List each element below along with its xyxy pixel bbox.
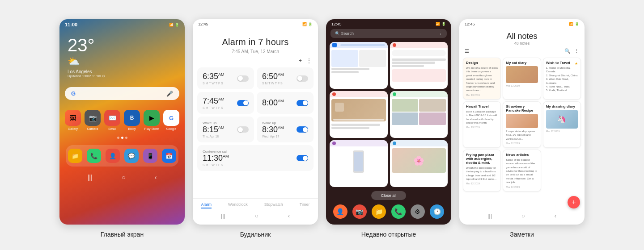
alarm-tabs: Alarm Worldclock Stopwatch Timer	[193, 198, 318, 211]
google-g-icon: G	[71, 90, 76, 97]
alarm-item-635[interactable]: 6:35AM S M T W T F S	[197, 67, 254, 89]
note-news-date: Mar 12 2019	[506, 186, 538, 188]
recent-more-icon[interactable]: ⋮	[438, 31, 442, 36]
alarm-tab-stopwatch[interactable]: Stopwatch	[264, 202, 283, 208]
dock-chat[interactable]: 💬	[124, 149, 139, 163]
recent-dock-camera[interactable]: 📷	[352, 204, 367, 219]
recent-status-bar: 12:45 📶 🔋	[326, 19, 451, 27]
recent-card-photos[interactable]	[390, 91, 448, 138]
notes-nav-back[interactable]: ‹	[555, 212, 556, 219]
note-pizza-title: Frying pan pizza with aubergine, ricotta…	[466, 153, 498, 165]
note-news-title: News articles	[506, 153, 538, 157]
app-gallery[interactable]: 🖼 Gallery	[65, 110, 81, 130]
note-hawaii[interactable]: Hawaii Travel Book a vacation package to…	[463, 101, 501, 148]
alarm-add-icon[interactable]: +	[299, 58, 302, 64]
notes-menu-icon[interactable]: ☰	[465, 48, 469, 54]
recent-card-gallery[interactable]: 🌸	[390, 140, 448, 187]
notes-title-area: All notes 48 notes	[459, 27, 585, 46]
dock-browser[interactable]: 📱	[143, 149, 157, 163]
alarm-toggle-800[interactable]	[297, 100, 308, 106]
recent-time: 12:45	[331, 22, 342, 26]
recent-dock-phone[interactable]: 📞	[391, 204, 406, 219]
notes-toolbar: ☰ 🔍 ⋮	[459, 46, 585, 56]
note-drawing[interactable]: My drawing diary 🦄 Mar 12 2019	[543, 101, 581, 148]
alarm-wifi-icon: 📶	[302, 22, 307, 26]
alarm-toggle-650[interactable]	[297, 75, 308, 82]
alarm-days-650: S M T W T F S	[262, 82, 284, 85]
alarm-more-icon[interactable]: ⋮	[306, 58, 312, 64]
alarm-item-1130[interactable]: Conference call 11:30AM S M T W T F S	[197, 145, 314, 171]
app-email[interactable]: ✉️ Email	[104, 110, 120, 130]
alarm-subtitle: 7:45 AM, Tue, 12 March	[197, 49, 314, 54]
app-camera[interactable]: 📷 Camera	[85, 110, 101, 130]
dock-messages[interactable]: 📁	[68, 149, 82, 163]
notes-more-icon[interactable]: ⋮	[574, 48, 579, 54]
recent-nav-back[interactable]: ‹	[421, 223, 423, 225]
dock-calendar[interactable]: 📅	[162, 149, 176, 163]
home-status-bar: 11:00 📶 🔋	[59, 19, 185, 28]
recent-battery-icon: 🔋	[441, 22, 446, 26]
nav-menu-icon[interactable]: |||	[88, 174, 93, 181]
alarm-time-745: 7:45AM	[203, 96, 225, 106]
alarm-screen: 12:45 📶 🔋 Alarm in 7 hours 7:45 AM, Tue,…	[193, 19, 318, 225]
alarm-toggle-830[interactable]	[297, 126, 308, 133]
home-time: 11:00	[65, 22, 77, 27]
app-google[interactable]: G Google	[163, 110, 179, 130]
home-search-bar[interactable]: G 🎤	[65, 87, 179, 100]
screen1-label: Главный экран	[101, 231, 144, 238]
note-cat-date: Mar 12 2019	[506, 84, 538, 87]
alarm-item-830[interactable]: Wake up 8:30AM Wed, Apr 17	[257, 117, 314, 142]
note-pancake[interactable]: Strawberry Pancake Recipe 2 cups white a…	[503, 101, 541, 148]
app-playstore[interactable]: ▶ Play Store	[144, 110, 160, 130]
note-design[interactable]: Design We are of a desire of class this …	[463, 58, 501, 100]
alarm-nav-home[interactable]: ○	[255, 212, 258, 219]
alarm-nav-back[interactable]: ‹	[288, 212, 290, 219]
alarm-item-800[interactable]: 8:00AM	[257, 92, 314, 114]
alarm-tab-alarm[interactable]: Alarm	[201, 202, 212, 208]
nav-home-icon[interactable]: ○	[122, 174, 125, 181]
recent-dock-messages[interactable]: 📁	[372, 204, 386, 219]
close-all-button[interactable]: Close all	[371, 191, 407, 200]
note-pancake-title: Strawberry Pancake Recipe	[506, 104, 538, 112]
dock-contacts[interactable]: 👤	[106, 149, 120, 163]
recent-nav-menu[interactable]: |||	[354, 223, 359, 225]
recent-dock-settings[interactable]: ⚙	[411, 204, 425, 219]
dock-phone[interactable]: 📞	[87, 149, 101, 163]
alarm-time-815: 8:15AM	[203, 125, 225, 134]
nav-back-icon[interactable]: ‹	[155, 174, 157, 181]
notes-nav-home[interactable]: ○	[521, 212, 525, 219]
notes-nav-menu[interactable]: |||	[487, 212, 492, 219]
screen1-wrapper: 11:00 📶 🔋 23° ⛅ Los Angeles Updated 13/0…	[59, 19, 185, 238]
alarm-days-1130: S M T W T F S	[203, 163, 229, 167]
home-screen: 11:00 📶 🔋 23° ⛅ Los Angeles Updated 13/0…	[59, 19, 185, 225]
note-hawaii-date: Mar 13 2019	[466, 126, 498, 129]
alarm-toggle-1130[interactable]	[297, 155, 308, 161]
recent-card-email[interactable]	[330, 91, 388, 138]
alarm-item-650[interactable]: 6:50AM S M T W T F S	[257, 67, 314, 89]
alarm-toggle-635[interactable]	[237, 75, 249, 82]
app-bixby[interactable]: B Bixby	[124, 110, 140, 130]
notes-search-icon[interactable]: 🔍	[564, 48, 571, 54]
recent-search-bar[interactable]: 🔍 Search ⋮	[330, 29, 447, 38]
alarm-toggle-815[interactable]	[237, 126, 249, 133]
alarm-item-745[interactable]: 7:45AM S M T W T F S	[197, 92, 254, 114]
recent-card-chat[interactable]	[390, 42, 448, 89]
recent-dock-contacts[interactable]: 👤	[333, 204, 347, 219]
notes-fab-button[interactable]: +	[568, 196, 580, 208]
alarm-nav-menu[interactable]: |||	[221, 212, 225, 219]
note-pizza[interactable]: Frying pan pizza with aubergine, ricotta…	[463, 150, 501, 192]
alarm-tab-worldclock[interactable]: Worldclock	[228, 202, 248, 208]
home-page-dots	[59, 137, 185, 139]
home-updated: Updated 13/02 11:00 ⊙	[68, 74, 105, 78]
note-travel[interactable]: Wish to Travel ★ 1. Rome in Montella, Ca…	[543, 58, 581, 100]
alarm-tab-timer[interactable]: Timer	[300, 202, 310, 208]
recent-card-calendar[interactable]	[330, 42, 388, 89]
alarm-toggle-745[interactable]	[237, 100, 249, 106]
alarm-days-635: S M T W T F S	[203, 82, 225, 85]
recent-dock-clock[interactable]: 🕐	[430, 204, 444, 219]
recent-nav-home[interactable]: ○	[388, 223, 392, 225]
note-news[interactable]: News articles Some of the biggest soccer…	[503, 150, 541, 192]
note-cat-diary[interactable]: My cat diary Mar 12 2019	[503, 58, 541, 100]
recent-card-phone-app[interactable]	[330, 140, 388, 187]
alarm-item-815[interactable]: Wake up 8:15AM Thu, Apr 18	[197, 117, 254, 142]
